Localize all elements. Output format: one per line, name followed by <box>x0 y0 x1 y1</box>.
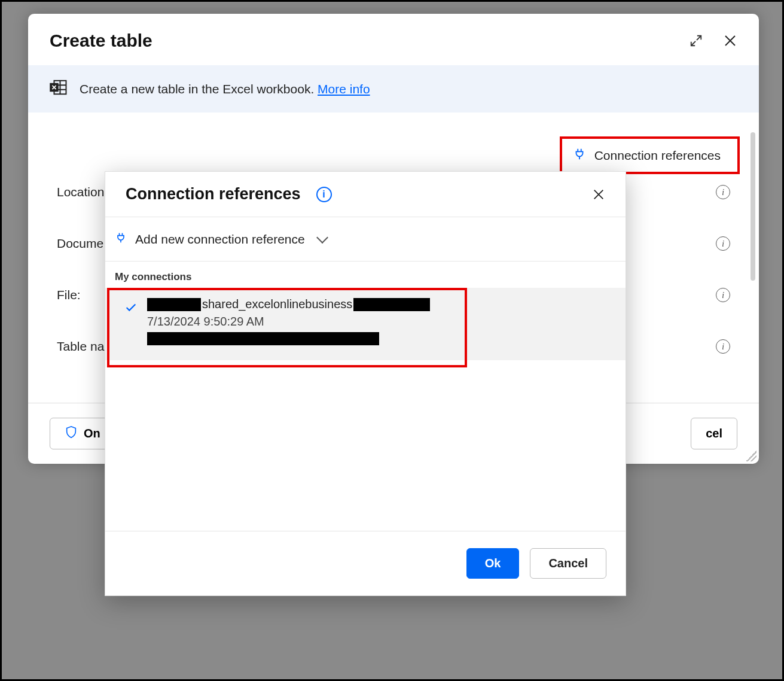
dialog-footer: Ok Cancel <box>105 531 626 595</box>
plug-icon <box>115 230 127 248</box>
field-document-label: Docume <box>57 236 103 251</box>
connection-item[interactable]: shared_excelonlinebusiness 7/13/2024 9:5… <box>105 288 626 360</box>
info-icon[interactable]: i <box>716 185 730 199</box>
info-icon[interactable]: i <box>716 236 730 251</box>
checkmark-icon <box>123 301 139 317</box>
dialog-header: Connection references i <box>105 172 626 217</box>
field-file-label: File: <box>57 288 81 302</box>
field-table-name-label: Table na <box>57 339 104 354</box>
panel-title: Create table <box>50 31 152 51</box>
chevron-down-icon <box>316 232 328 244</box>
more-info-link[interactable]: More info <box>318 82 370 96</box>
expand-icon[interactable] <box>690 34 703 47</box>
info-icon[interactable]: i <box>316 187 332 202</box>
info-banner: Create a new table in the Excel workbook… <box>28 65 759 113</box>
add-connection-label: Add new connection reference <box>135 232 305 247</box>
connection-date: 7/13/2024 9:50:29 AM <box>147 315 430 329</box>
dialog-title: Connection references <box>126 185 301 203</box>
field-location-label: Location <box>57 185 104 199</box>
my-connections-label: My connections <box>105 262 626 288</box>
connection-name: shared_excelonlinebusiness <box>202 297 352 311</box>
on-label: On <box>84 427 100 440</box>
cancel-fragment-text: cel <box>706 427 722 440</box>
excel-icon <box>50 78 68 99</box>
ok-button[interactable]: Ok <box>466 548 520 579</box>
resize-grip[interactable] <box>746 451 756 461</box>
banner-text: Create a new table in the Excel workbook… <box>80 82 370 96</box>
banner-text-content: Create a new table in the Excel workbook… <box>80 82 318 96</box>
panel-header-actions <box>690 34 737 48</box>
close-icon[interactable] <box>592 188 605 201</box>
redacted-text <box>147 332 379 345</box>
add-connection-reference[interactable]: Add new connection reference <box>105 217 626 262</box>
redacted-text <box>353 298 430 311</box>
cancel-button-fragment[interactable]: cel <box>691 418 737 449</box>
connection-references-dialog: Connection references i Add new connecti… <box>105 171 626 596</box>
plug-icon <box>573 146 586 165</box>
info-icon[interactable]: i <box>716 288 730 302</box>
connection-references-button[interactable]: Connection references <box>560 136 740 174</box>
shield-icon <box>65 425 78 442</box>
close-icon[interactable] <box>723 34 737 48</box>
panel-header: Create table <box>28 14 759 65</box>
connection-name-row: shared_excelonlinebusiness <box>147 297 430 311</box>
connection-references-label: Connection references <box>594 148 721 163</box>
info-icon[interactable]: i <box>716 339 730 354</box>
scrollbar[interactable] <box>751 132 755 281</box>
cancel-button[interactable]: Cancel <box>530 548 606 579</box>
redacted-text <box>147 298 201 311</box>
connection-details: shared_excelonlinebusiness 7/13/2024 9:5… <box>147 297 430 348</box>
